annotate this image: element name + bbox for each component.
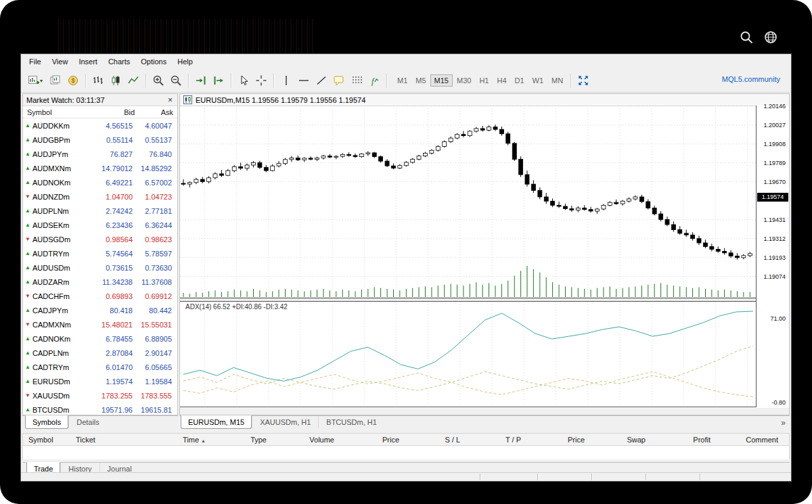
horizontal-line-tool-button[interactable] — [295, 72, 313, 89]
bid-value: 0.69893 — [85, 292, 133, 300]
tab-details[interactable]: Details — [68, 416, 107, 428]
chart-tab-eurusdm-m15[interactable]: EURUSDm, M15 — [181, 415, 252, 429]
trade-column-ticket[interactable]: Ticket — [70, 436, 145, 444]
adx-indicator-panel[interactable] — [180, 301, 757, 407]
menu-charts[interactable]: Charts — [103, 55, 135, 68]
more-charts-chevron[interactable]: » — [781, 418, 786, 428]
status-bar-divider — [537, 474, 538, 480]
timeframe-m1[interactable]: M1 — [393, 74, 411, 87]
column-bid[interactable]: Bid — [88, 108, 135, 116]
market-watch-row[interactable]: ▼XAUUSDm1783.2551783.555 — [23, 388, 177, 403]
timeframe-mn[interactable]: MN — [547, 74, 567, 87]
price-axis[interactable]: 71.00 -0.80 1.201461.200271.199081.19789… — [756, 106, 789, 407]
search-icon[interactable] — [739, 30, 754, 45]
market-watch-row[interactable]: ▲AUDSEKm6.234366.36244 — [23, 218, 177, 232]
market-watch-row[interactable]: ▲AUDMXNm14.7901214.85292 — [23, 161, 177, 175]
candlestick-mode-button[interactable] — [107, 72, 125, 89]
timeframe-h1[interactable]: H1 — [475, 74, 493, 87]
market-watch-row[interactable]: ▲AUDDKKm4.565154.60047 — [23, 118, 177, 133]
vertical-line-tool-button[interactable] — [277, 72, 295, 89]
timeframe-w1[interactable]: W1 — [528, 74, 548, 87]
bar-chart-mode-button[interactable] — [89, 72, 107, 89]
crosshair-button[interactable] — [252, 72, 270, 89]
trade-column-profit[interactable]: Profit — [647, 436, 712, 444]
market-watch-row[interactable]: ▲AUDUSDm0.736150.73630 — [23, 260, 177, 275]
market-watch-title: Market Watch: 03:11:37 — [26, 96, 166, 104]
market-watch-row[interactable]: ▲CADNOKm6.784556.88905 — [23, 331, 177, 346]
trade-column-swap[interactable]: Swap — [586, 436, 647, 444]
line-chart-mode-button[interactable] — [125, 72, 142, 89]
bid-value: 2.74242 — [85, 207, 133, 215]
symbol-name: AUDNZDm — [32, 193, 85, 201]
toolbar-separator — [145, 73, 146, 88]
cursor-button[interactable] — [235, 72, 252, 89]
market-watch-row[interactable]: ▲EURUSDm1.195741.19584 — [23, 374, 177, 388]
timeframe-m15[interactable]: M15 — [430, 74, 453, 87]
market-watch-row[interactable]: ▼AUDSGDm0.985640.98623 — [23, 232, 177, 246]
trade-list-area[interactable] — [22, 446, 790, 459]
chart-tab-btcusdm-h1[interactable]: BTCUSDm, H1 — [318, 416, 384, 428]
chart-tab-xauusdm-h1[interactable]: XAUUSDm, H1 — [252, 416, 318, 428]
price-chart[interactable] — [180, 106, 757, 298]
indicators-button[interactable]: f — [365, 72, 383, 89]
market-watch-row[interactable]: ▲CADTRYm6.014706.05665 — [23, 360, 177, 374]
symbol-name: BTCUSDm — [32, 406, 85, 414]
zoom-in-button[interactable] — [150, 72, 167, 89]
market-watch-row[interactable]: ▲CADJPYm80.41880.442 — [23, 303, 177, 317]
timeframe-d1[interactable]: D1 — [511, 74, 528, 87]
market-watch-row[interactable]: ▲AUDZARm11.3423811.37608 — [23, 275, 177, 289]
globe-icon[interactable] — [763, 30, 778, 45]
text-label-tool-button[interactable] — [330, 72, 348, 89]
trade-column-t-p[interactable]: T / P — [461, 436, 522, 444]
metatrader-window: FileViewInsertChartsOptionsHelp ▾ $ — [20, 53, 792, 482]
fullscreen-button[interactable] — [574, 72, 592, 89]
trade-column-price[interactable]: Price — [336, 436, 401, 444]
menu-help[interactable]: Help — [172, 55, 198, 68]
market-watch-row[interactable]: ▲AUDGBPm0.551140.55137 — [23, 133, 177, 147]
trendline-tool-button[interactable] — [313, 72, 330, 89]
trade-column-comment[interactable]: Comment — [712, 436, 780, 444]
market-watch-row[interactable]: ▲AUDPLNm2.742422.77181 — [23, 204, 177, 218]
menu-options[interactable]: Options — [135, 55, 172, 68]
zoom-out-button[interactable] — [167, 72, 185, 89]
trade-column-type[interactable]: Type — [207, 436, 268, 444]
trade-column-volume[interactable]: Volume — [268, 436, 336, 444]
trade-column-s-l[interactable]: S / L — [401, 436, 461, 444]
bid-value: 19571.96 — [85, 406, 133, 414]
close-icon[interactable]: × — [166, 97, 174, 104]
profiles-button[interactable] — [47, 72, 64, 89]
market-watch-row[interactable]: ▲BTCUSDm19571.9619615.81 — [23, 403, 177, 415]
trade-column-price[interactable]: Price — [522, 436, 586, 444]
market-watch-row[interactable]: ▲AUDNOKm6.492216.57002 — [23, 175, 177, 189]
market-watch-row[interactable]: ▼AUDNZDm1.047001.04723 — [23, 189, 177, 204]
market-watch-row[interactable]: ▼CADCHFm0.698930.69912 — [23, 289, 177, 303]
price-axis-tick: 1.19670 — [763, 179, 786, 185]
market-watch-row[interactable]: ▲CADPLNm2.870842.90147 — [23, 346, 177, 360]
bid-value: 11.34238 — [85, 278, 133, 286]
grid-levels-button[interactable] — [348, 72, 365, 89]
market-watch-row[interactable]: ▲AUDJPYm76.82776.840 — [23, 147, 177, 161]
new-chart-dropdown-caret[interactable]: ▾ — [40, 78, 47, 84]
mql5-community-link[interactable]: MQL5.community — [722, 75, 780, 83]
trade-column-time[interactable]: Time▲ — [145, 436, 207, 444]
column-symbol[interactable]: Symbol — [23, 108, 88, 116]
new-order-button[interactable]: $ — [64, 72, 82, 89]
timeframe-h4[interactable]: H4 — [493, 74, 510, 87]
menu-insert[interactable]: Insert — [73, 55, 103, 68]
timeframe-m5[interactable]: M5 — [411, 74, 430, 87]
menu-view[interactable]: View — [47, 55, 74, 68]
column-ask[interactable]: Ask — [135, 108, 177, 116]
symbol-name: AUDSGDm — [32, 235, 85, 244]
tab-symbols[interactable]: Symbols — [25, 415, 68, 429]
market-watch-row[interactable]: ▼CADMXNm15.4802115.55031 — [23, 317, 177, 331]
market-watch-row[interactable]: ▲AUDTRYm5.745645.78597 — [23, 246, 177, 260]
tick-up-arrow-icon: ▲ — [23, 137, 32, 143]
chart-window[interactable]: EURUSDm,M15 1.19556 1.19579 1.19556 1.19… — [179, 93, 790, 415]
timeframe-m30[interactable]: M30 — [453, 74, 475, 87]
chart-shift-button[interactable] — [210, 72, 227, 89]
trade-column-symbol[interactable]: Symbol — [23, 436, 70, 444]
menu-file[interactable]: File — [24, 55, 47, 68]
ask-value: 14.85292 — [133, 164, 176, 173]
auto-scroll-button[interactable] — [192, 72, 210, 89]
tick-down-arrow-icon: ▼ — [23, 321, 32, 327]
